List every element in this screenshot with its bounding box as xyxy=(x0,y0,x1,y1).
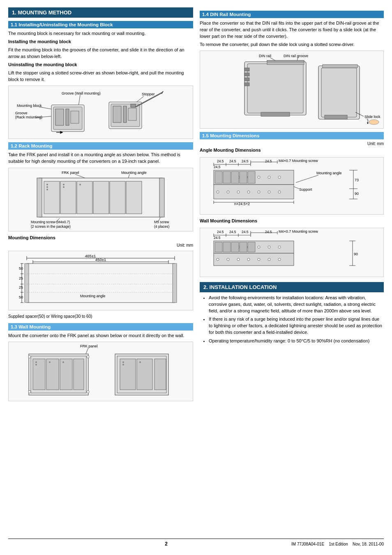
svg-point-40 xyxy=(63,186,65,188)
svg-rect-146 xyxy=(223,171,231,183)
svg-text:Support: Support xyxy=(299,187,312,192)
svg-text:24.5: 24.5 xyxy=(217,230,224,234)
svg-text:24.5: 24.5 xyxy=(214,236,221,240)
svg-text:(2 screws in the package): (2 screws in the package) xyxy=(31,224,71,229)
svg-rect-89 xyxy=(154,359,166,390)
svg-rect-112 xyxy=(323,65,357,68)
section2-bullets: Avoid the following environments for ins… xyxy=(204,295,384,345)
svg-text:450±1: 450±1 xyxy=(95,257,106,262)
svg-point-36 xyxy=(46,184,48,185)
svg-rect-10 xyxy=(66,109,69,125)
svg-rect-22 xyxy=(131,104,136,107)
s1-1-installing-text: Fit the mounting block into the grooves … xyxy=(8,47,193,60)
svg-text:M5 screw: M5 screw xyxy=(154,220,169,224)
svg-text:90: 90 xyxy=(355,192,359,196)
svg-text:25: 25 xyxy=(19,276,23,280)
svg-rect-109 xyxy=(261,112,290,116)
svg-text:Mounting angle: Mounting angle xyxy=(121,171,147,175)
s1-1-installing-title: Installing the mounting block xyxy=(8,39,193,45)
svg-rect-17 xyxy=(113,106,121,123)
s1-5-angle-title: Angle Mounting Dimensions xyxy=(200,147,384,154)
s1-5-angle-diagram: 24.5 24.5 24.5 24.5 24.5 M4×0.7 Mounting… xyxy=(200,157,384,215)
svg-text:24.5: 24.5 xyxy=(214,165,221,169)
dim-svg: 465±1 450±1 xyxy=(18,252,183,310)
svg-point-41 xyxy=(79,184,81,185)
svg-point-155 xyxy=(258,191,260,193)
section1-2-header: 1.2 Rack Mounting xyxy=(8,142,193,150)
svg-rect-88 xyxy=(137,359,152,390)
svg-rect-111 xyxy=(321,68,357,117)
svg-point-151 xyxy=(217,191,219,193)
svg-point-193 xyxy=(278,246,281,248)
svg-point-203 xyxy=(247,258,250,261)
s1-1-diagram: Mounting block Groove (Rack mounting) Gr… xyxy=(8,86,193,139)
svg-text:Stopper: Stopper xyxy=(142,92,155,96)
s1-2-diagram: FRK panel Mounting angle xyxy=(8,168,193,231)
svg-point-143 xyxy=(268,176,270,178)
s1-4-diagram: DIN rail DIN rail groove xyxy=(200,51,384,129)
svg-point-144 xyxy=(278,176,281,178)
s1-3-para1: Mount the converter onto the FRK panel a… xyxy=(8,333,193,339)
svg-rect-197 xyxy=(240,242,247,252)
svg-rect-18 xyxy=(123,106,127,123)
s1-5-wall-title: Wall Mounting Dimensions xyxy=(200,218,384,224)
svg-line-136 xyxy=(296,175,318,183)
section1-header: 1. MOUNTING METHOD xyxy=(8,7,193,18)
din-rail-svg: DIN rail DIN rail groove xyxy=(203,51,380,127)
svg-text:Mounting angle: Mounting angle xyxy=(80,294,106,298)
svg-text:24.5: 24.5 xyxy=(265,230,272,234)
svg-point-191 xyxy=(258,246,260,248)
svg-point-153 xyxy=(237,191,240,193)
svg-point-39 xyxy=(63,184,65,185)
svg-text:50: 50 xyxy=(19,266,23,271)
svg-text:M4×0.7 Mounting screw: M4×0.7 Mounting screw xyxy=(279,229,318,234)
svg-rect-11 xyxy=(71,111,79,123)
svg-rect-198 xyxy=(248,242,255,252)
svg-rect-78 xyxy=(46,359,59,390)
svg-point-206 xyxy=(278,258,281,261)
svg-text:Slide lock: Slide lock xyxy=(364,115,380,119)
s1-1-uninstalling-title: Uninstalling the mounting block xyxy=(8,62,193,68)
svg-point-117 xyxy=(369,120,379,125)
page-number: 2 xyxy=(165,541,168,547)
svg-rect-104 xyxy=(267,60,304,62)
svg-rect-199 xyxy=(214,253,294,266)
bullet-3: Operating temperature/humidity range: 0 … xyxy=(209,338,384,345)
svg-point-142 xyxy=(258,176,260,178)
svg-text:24.5: 24.5 xyxy=(242,230,249,234)
svg-point-154 xyxy=(247,191,250,193)
svg-text:n×24.5+2: n×24.5+2 xyxy=(234,202,250,206)
svg-point-95 xyxy=(87,356,89,358)
wall-mount-svg: FRK panel xyxy=(16,342,185,400)
svg-rect-107 xyxy=(244,78,249,81)
svg-point-84 xyxy=(62,361,64,363)
svg-point-157 xyxy=(278,191,281,193)
svg-text:24.5: 24.5 xyxy=(242,159,249,163)
svg-rect-9 xyxy=(55,109,64,125)
svg-point-91 xyxy=(122,364,124,365)
angle-dim-svg: 24.5 24.5 24.5 24.5 24.5 M4×0.7 Mounting… xyxy=(205,158,378,213)
section1-5-header: 1.5 Mounting Dimensions xyxy=(200,132,384,139)
svg-text:Mounting angle: Mounting angle xyxy=(316,171,342,175)
svg-point-152 xyxy=(227,191,229,193)
svg-point-204 xyxy=(258,258,260,261)
svg-text:25: 25 xyxy=(19,285,23,289)
svg-point-201 xyxy=(227,258,229,261)
svg-rect-79 xyxy=(60,359,72,390)
svg-rect-19 xyxy=(128,108,136,120)
svg-point-96 xyxy=(87,391,89,393)
svg-rect-102 xyxy=(247,64,303,113)
mounting-block-svg: Mounting block Groove (Rack mounting) Gr… xyxy=(14,86,187,138)
s1-4-para1: Place the converter so that the DIN rail… xyxy=(200,20,384,40)
svg-rect-57 xyxy=(25,264,29,303)
s1-2-dim-diagram: 465±1 450±1 xyxy=(8,251,193,310)
svg-rect-150 xyxy=(214,185,294,199)
rack-svg: FRK panel Mounting angle xyxy=(14,169,187,231)
svg-point-156 xyxy=(268,191,270,193)
svg-text:(4 places): (4 places) xyxy=(154,224,169,229)
right-column: 1.4 DIN Rail Mounting Place the converte… xyxy=(200,7,384,534)
svg-point-37 xyxy=(46,186,48,188)
svg-rect-58 xyxy=(173,264,177,303)
section1-4-header: 1.4 DIN Rail Mounting xyxy=(200,11,384,18)
svg-text:50: 50 xyxy=(19,295,23,299)
